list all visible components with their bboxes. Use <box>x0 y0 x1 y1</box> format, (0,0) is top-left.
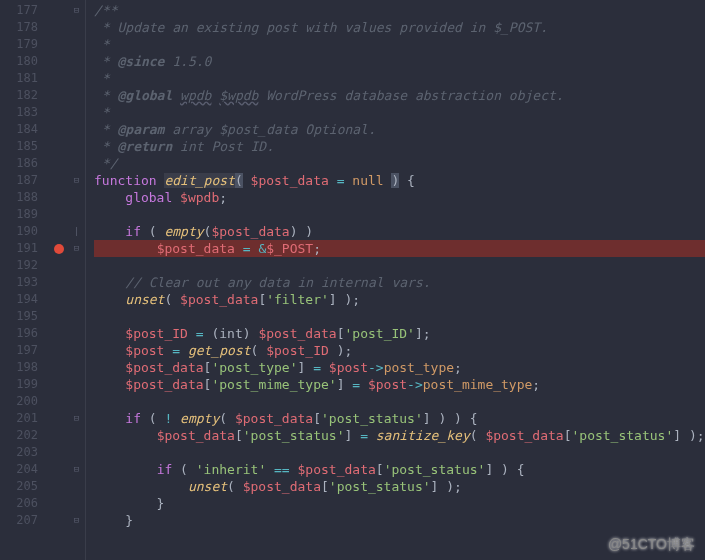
fold-marker[interactable] <box>68 444 85 461</box>
fold-marker[interactable] <box>68 342 85 359</box>
fold-marker[interactable] <box>68 257 85 274</box>
line-number[interactable]: 179 <box>0 36 50 53</box>
fold-marker[interactable] <box>68 393 85 410</box>
code-line[interactable]: * Update an existing post with values pr… <box>94 19 705 36</box>
line-number[interactable]: 180 <box>0 53 50 70</box>
fold-marker[interactable]: ⊟ <box>68 461 85 478</box>
fold-marker[interactable]: ⊟ <box>68 410 85 427</box>
breakpoint-slot[interactable] <box>50 53 68 70</box>
breakpoint-slot[interactable] <box>50 444 68 461</box>
line-number[interactable]: 185 <box>0 138 50 155</box>
breakpoint-slot[interactable] <box>50 121 68 138</box>
fold-marker[interactable] <box>68 121 85 138</box>
line-number[interactable]: 192 <box>0 257 50 274</box>
code-line[interactable]: $post_ID = (int) $post_data['post_ID']; <box>94 325 705 342</box>
line-number[interactable]: 190 <box>0 223 50 240</box>
code-line[interactable]: * <box>94 70 705 87</box>
code-line[interactable]: if ( ! empty( $post_data['post_status'] … <box>94 410 705 427</box>
breakpoint-slot[interactable] <box>50 240 68 257</box>
code-line[interactable]: $post_data = &$_POST; <box>94 240 705 257</box>
code-line[interactable]: unset( $post_data['filter'] ); <box>94 291 705 308</box>
line-number[interactable]: 206 <box>0 495 50 512</box>
line-number[interactable]: 184 <box>0 121 50 138</box>
fold-marker[interactable] <box>68 87 85 104</box>
breakpoint-slot[interactable] <box>50 138 68 155</box>
line-number[interactable]: 194 <box>0 291 50 308</box>
line-number[interactable]: 203 <box>0 444 50 461</box>
breakpoint-slot[interactable] <box>50 87 68 104</box>
fold-marker[interactable] <box>68 70 85 87</box>
code-line[interactable]: } <box>94 495 705 512</box>
code-line[interactable]: */ <box>94 155 705 172</box>
fold-marker[interactable] <box>68 206 85 223</box>
line-number-gutter[interactable]: 1771781791801811821831841851861871881891… <box>0 0 50 560</box>
code-line[interactable]: * @global wpdb $wpdb WordPress database … <box>94 87 705 104</box>
code-line[interactable]: $post_data['post_type'] = $post->post_ty… <box>94 359 705 376</box>
code-editor[interactable]: 1771781791801811821831841851861871881891… <box>0 0 705 560</box>
breakpoint-gutter[interactable] <box>50 0 68 560</box>
code-line[interactable] <box>94 444 705 461</box>
code-line[interactable]: * <box>94 104 705 121</box>
breakpoint-slot[interactable] <box>50 223 68 240</box>
line-number[interactable]: 201 <box>0 410 50 427</box>
breakpoint-slot[interactable] <box>50 70 68 87</box>
fold-marker[interactable] <box>68 36 85 53</box>
fold-marker[interactable] <box>68 478 85 495</box>
code-line[interactable]: function edit_post( $post_data = null ) … <box>94 172 705 189</box>
fold-marker[interactable]: ⊟ <box>68 172 85 189</box>
code-line[interactable]: * @since 1.5.0 <box>94 53 705 70</box>
breakpoint-slot[interactable] <box>50 257 68 274</box>
line-number[interactable]: 204 <box>0 461 50 478</box>
code-line[interactable] <box>94 393 705 410</box>
breakpoint-slot[interactable] <box>50 19 68 36</box>
line-number[interactable]: 205 <box>0 478 50 495</box>
code-line[interactable]: $post_data['post_status'] = sanitize_key… <box>94 427 705 444</box>
breakpoint-slot[interactable] <box>50 155 68 172</box>
line-number[interactable]: 182 <box>0 87 50 104</box>
line-number[interactable]: 193 <box>0 274 50 291</box>
breakpoint-slot[interactable] <box>50 325 68 342</box>
breakpoint-slot[interactable] <box>50 461 68 478</box>
breakpoint-slot[interactable] <box>50 206 68 223</box>
line-number[interactable]: 186 <box>0 155 50 172</box>
breakpoint-slot[interactable] <box>50 410 68 427</box>
fold-marker[interactable] <box>68 495 85 512</box>
breakpoint-slot[interactable] <box>50 342 68 359</box>
code-line[interactable] <box>94 308 705 325</box>
fold-marker[interactable] <box>68 291 85 308</box>
line-number[interactable]: 198 <box>0 359 50 376</box>
line-number[interactable]: 197 <box>0 342 50 359</box>
code-line[interactable]: } <box>94 512 705 529</box>
line-number[interactable]: 177 <box>0 2 50 19</box>
fold-marker[interactable] <box>68 138 85 155</box>
breakpoint-slot[interactable] <box>50 172 68 189</box>
line-number[interactable]: 207 <box>0 512 50 529</box>
breakpoint-slot[interactable] <box>50 376 68 393</box>
code-line[interactable]: // Clear out any data in internal vars. <box>94 274 705 291</box>
code-line[interactable]: $post_data['post_mime_type'] = $post->po… <box>94 376 705 393</box>
breakpoint-slot[interactable] <box>50 291 68 308</box>
code-line[interactable] <box>94 206 705 223</box>
code-line[interactable]: unset( $post_data['post_status'] ); <box>94 478 705 495</box>
line-number[interactable]: 202 <box>0 427 50 444</box>
line-number[interactable]: 196 <box>0 325 50 342</box>
fold-marker[interactable] <box>68 274 85 291</box>
fold-marker[interactable] <box>68 53 85 70</box>
code-area[interactable]: /** * Update an existing post with value… <box>86 0 705 560</box>
breakpoint-icon[interactable] <box>54 244 64 254</box>
line-number[interactable]: 189 <box>0 206 50 223</box>
line-number[interactable]: 187 <box>0 172 50 189</box>
fold-gutter[interactable]: ⊟⊟|⊟⊟⊟⊟ <box>68 0 86 560</box>
code-line[interactable]: if ( 'inherit' == $post_data['post_statu… <box>94 461 705 478</box>
fold-marker[interactable]: ⊟ <box>68 240 85 257</box>
fold-marker[interactable] <box>68 325 85 342</box>
breakpoint-slot[interactable] <box>50 478 68 495</box>
line-number[interactable]: 199 <box>0 376 50 393</box>
fold-marker[interactable]: ⊟ <box>68 512 85 529</box>
code-line[interactable]: * <box>94 36 705 53</box>
breakpoint-slot[interactable] <box>50 495 68 512</box>
fold-marker[interactable] <box>68 427 85 444</box>
code-line[interactable]: * @return int Post ID. <box>94 138 705 155</box>
line-number[interactable]: 191 <box>0 240 50 257</box>
code-line[interactable]: global $wpdb; <box>94 189 705 206</box>
